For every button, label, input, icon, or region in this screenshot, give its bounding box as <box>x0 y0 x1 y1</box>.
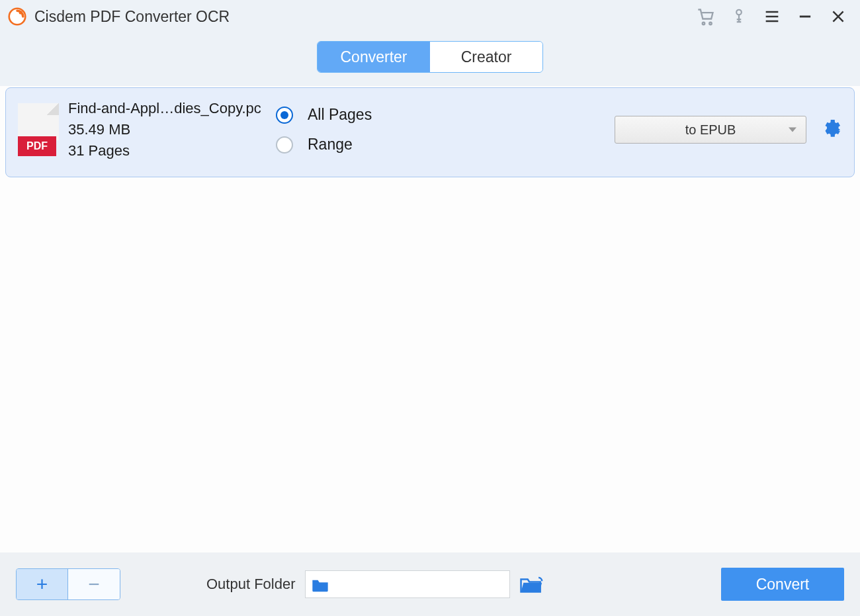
file-name: Find-and-Appl…dies_Copy.pc <box>68 100 273 117</box>
file-pages: 31 Pages <box>68 142 273 159</box>
output-folder-field[interactable] <box>305 570 510 598</box>
pdf-thumbnail: PDF <box>18 103 59 156</box>
footer-bar: + − Output Folder Convert <box>0 552 860 616</box>
page-mode-group: All Pages Range <box>276 106 372 154</box>
file-meta: Find-and-Appl…dies_Copy.pc 35.49 MB 31 P… <box>68 100 273 159</box>
radio-all-label: All Pages <box>308 106 372 124</box>
menu-icon[interactable] <box>758 3 786 30</box>
tab-creator[interactable]: Creator <box>430 42 542 72</box>
folder-icon <box>311 577 329 592</box>
minimize-icon[interactable] <box>791 3 819 30</box>
remove-file-button[interactable]: − <box>68 569 120 599</box>
key-icon[interactable] <box>725 3 753 30</box>
app-logo <box>8 7 26 26</box>
file-size: 35.49 MB <box>68 121 273 138</box>
convert-button[interactable]: Convert <box>721 568 844 601</box>
svg-point-4 <box>736 10 742 15</box>
app-title: Cisdem PDF Converter OCR <box>34 8 230 26</box>
file-row[interactable]: PDF Find-and-Appl…dies_Copy.pc 35.49 MB … <box>5 87 855 177</box>
pdf-badge: PDF <box>18 136 56 156</box>
format-selected: to EPUB <box>685 122 736 138</box>
radio-icon <box>276 136 293 154</box>
gear-icon[interactable] <box>818 118 842 142</box>
add-remove-group: + − <box>16 568 120 600</box>
radio-range[interactable]: Range <box>276 136 372 154</box>
radio-all-pages[interactable]: All Pages <box>276 106 372 124</box>
svg-point-3 <box>709 22 712 25</box>
close-icon[interactable] <box>824 3 852 30</box>
tab-converter[interactable]: Converter <box>318 42 430 72</box>
cart-icon[interactable] <box>692 3 720 30</box>
radio-range-label: Range <box>308 136 353 154</box>
svg-point-2 <box>703 22 705 25</box>
output-folder-label: Output Folder <box>206 576 296 593</box>
browse-folder-icon[interactable] <box>519 574 544 594</box>
add-file-button[interactable]: + <box>17 569 68 599</box>
title-bar: Cisdem PDF Converter OCR <box>0 0 860 33</box>
output-format-select[interactable]: to EPUB <box>615 116 806 144</box>
radio-icon <box>276 107 293 124</box>
file-list: PDF Find-and-Appl…dies_Copy.pc 35.49 MB … <box>0 86 860 552</box>
mode-tabs: Converter Creator <box>0 33 860 86</box>
chevron-down-icon <box>789 128 796 132</box>
svg-point-1 <box>19 11 22 14</box>
